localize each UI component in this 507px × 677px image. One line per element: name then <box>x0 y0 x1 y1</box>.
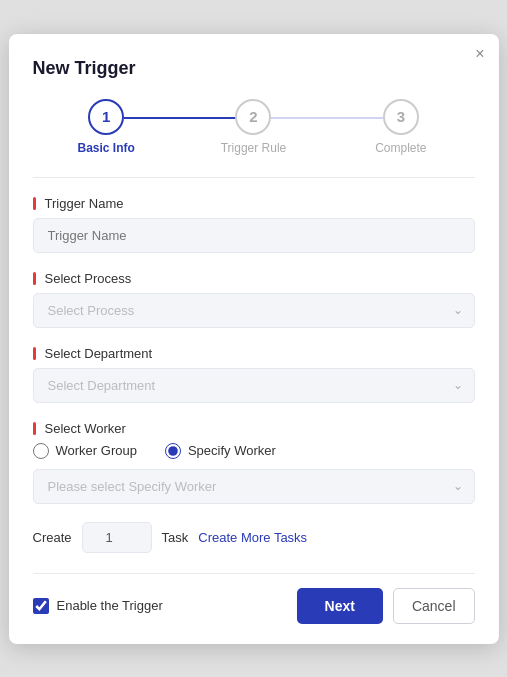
select-department-label: Select Department <box>33 346 475 361</box>
select-process-input[interactable]: Select Process <box>33 293 475 328</box>
worker-group-radio-label: Worker Group <box>56 443 137 458</box>
select-process-wrapper: Select Process ⌄ <box>33 293 475 328</box>
create-task-row: Create Task Create More Tasks <box>33 522 475 553</box>
steps-container: 1 Basic Info 2 Trigger Rule 3 Complete <box>33 99 475 155</box>
worker-group-radio[interactable] <box>33 443 49 459</box>
modal-title: New Trigger <box>33 58 475 79</box>
step-2-circle: 2 <box>235 99 271 135</box>
close-button[interactable]: × <box>475 46 484 62</box>
step-1: 1 Basic Info <box>33 99 180 155</box>
step-3-label: Complete <box>375 141 426 155</box>
cancel-button[interactable]: Cancel <box>393 588 475 624</box>
select-worker-group: Select Worker Worker Group Specify Worke… <box>33 421 475 504</box>
step-1-label: Basic Info <box>77 141 134 155</box>
specify-worker-radio-label: Specify Worker <box>188 443 276 458</box>
trigger-name-label: Trigger Name <box>33 196 475 211</box>
task-label: Task <box>162 530 189 545</box>
step-3: 3 Complete <box>327 99 474 155</box>
new-trigger-modal: × New Trigger 1 Basic Info 2 Trigger Rul… <box>9 34 499 644</box>
enable-trigger-checkbox[interactable] <box>33 598 49 614</box>
required-indicator <box>33 197 36 210</box>
enable-trigger-label: Enable the Trigger <box>57 598 163 613</box>
select-process-label: Select Process <box>33 271 475 286</box>
specify-worker-select-wrapper: Please select Specify Worker ⌄ <box>33 469 475 504</box>
step-3-circle: 3 <box>383 99 419 135</box>
step-2-label: Trigger Rule <box>221 141 287 155</box>
select-department-group: Select Department Select Department ⌄ <box>33 346 475 403</box>
next-button[interactable]: Next <box>297 588 383 624</box>
required-indicator <box>33 422 36 435</box>
required-indicator <box>33 347 36 360</box>
divider <box>33 177 475 178</box>
worker-group-option[interactable]: Worker Group <box>33 443 137 459</box>
select-worker-label: Select Worker <box>33 421 475 436</box>
create-more-tasks-link[interactable]: Create More Tasks <box>198 530 307 545</box>
trigger-name-group: Trigger Name <box>33 196 475 253</box>
trigger-name-input[interactable] <box>33 218 475 253</box>
step-1-circle: 1 <box>88 99 124 135</box>
task-count-input[interactable] <box>82 522 152 553</box>
select-department-input[interactable]: Select Department <box>33 368 475 403</box>
specify-worker-option[interactable]: Specify Worker <box>165 443 276 459</box>
worker-type-radio-group: Worker Group Specify Worker <box>33 443 475 459</box>
specify-worker-select[interactable]: Please select Specify Worker <box>33 469 475 504</box>
select-department-wrapper: Select Department ⌄ <box>33 368 475 403</box>
footer-row: Enable the Trigger Next Cancel <box>33 573 475 624</box>
footer-buttons: Next Cancel <box>297 588 475 624</box>
select-process-group: Select Process Select Process ⌄ <box>33 271 475 328</box>
enable-trigger-checkbox-label[interactable]: Enable the Trigger <box>33 598 163 614</box>
create-label: Create <box>33 530 72 545</box>
required-indicator <box>33 272 36 285</box>
specify-worker-radio[interactable] <box>165 443 181 459</box>
step-2: 2 Trigger Rule <box>180 99 327 155</box>
